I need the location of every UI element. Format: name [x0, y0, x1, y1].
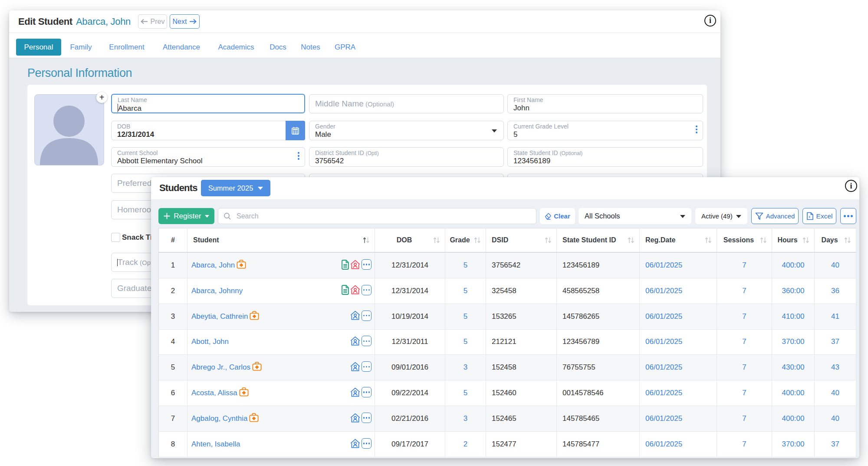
svg-text:x: x: [809, 215, 811, 219]
